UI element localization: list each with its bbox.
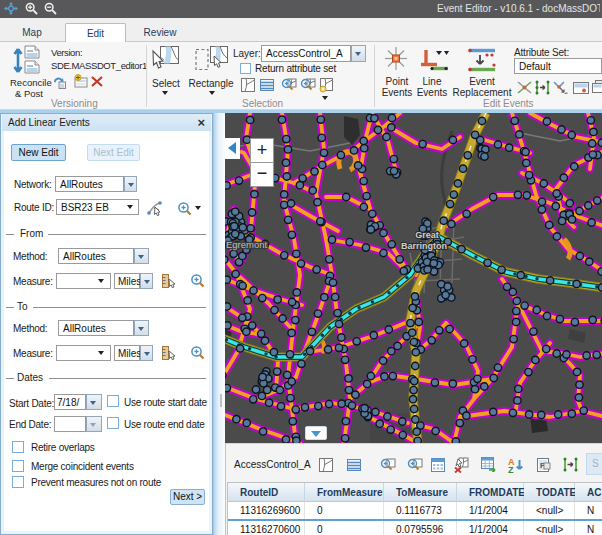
svg-text:Barrington: Barrington [401, 241, 447, 251]
svg-text:Great: Great [415, 230, 439, 240]
svg-text:Egremont: Egremont [226, 239, 268, 250]
svg-text:Z: Z [508, 465, 514, 473]
